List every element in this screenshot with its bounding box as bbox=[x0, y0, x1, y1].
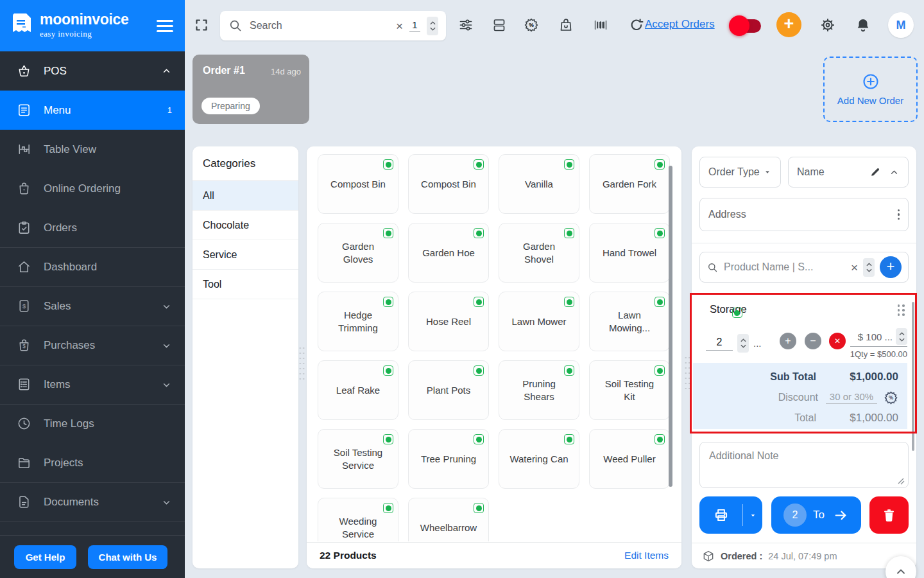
quantity-stepper[interactable] bbox=[737, 334, 749, 353]
search-clear-icon[interactable]: × bbox=[396, 20, 403, 32]
qty-stepper[interactable] bbox=[863, 258, 875, 277]
search-count-stepper[interactable] bbox=[427, 17, 438, 35]
print-options-caret-icon[interactable] bbox=[743, 496, 762, 534]
quantity-input[interactable] bbox=[706, 337, 733, 351]
product-card[interactable]: Compost Bin bbox=[408, 154, 489, 214]
sidebar-item-items[interactable]: Items bbox=[0, 365, 185, 404]
sidebar-item-projects[interactable]: Projects bbox=[0, 443, 185, 482]
get-help-button[interactable]: Get Help bbox=[14, 545, 76, 569]
product-card[interactable]: Plant Pots bbox=[408, 360, 489, 420]
product-card[interactable]: Weed Puller bbox=[589, 429, 670, 489]
delete-order-button[interactable] bbox=[869, 496, 909, 534]
panel-resize-handle[interactable] bbox=[298, 346, 305, 383]
product-card[interactable]: Compost Bin bbox=[318, 154, 398, 214]
decrease-qty-button[interactable]: − bbox=[805, 333, 821, 349]
add-new-order-button[interactable]: Add New Order bbox=[823, 57, 918, 122]
sidebar-item-documents[interactable]: Documents bbox=[0, 482, 185, 521]
edit-pencil-icon[interactable] bbox=[869, 166, 881, 178]
split-view-icon[interactable] bbox=[492, 17, 507, 33]
fullscreen-icon[interactable] bbox=[194, 17, 209, 33]
user-avatar[interactable]: M bbox=[888, 12, 914, 38]
remove-item-button[interactable]: ✕ bbox=[829, 333, 846, 349]
sidebar-item-icon bbox=[17, 181, 32, 197]
checkout-button[interactable]: 2 To bbox=[771, 496, 861, 534]
product-card[interactable]: Vanilla bbox=[499, 154, 579, 214]
sidebar-item-table-view[interactable]: Table View bbox=[0, 130, 185, 169]
product-card[interactable]: Garden Shovel bbox=[499, 223, 579, 283]
discount-badge-icon[interactable] bbox=[524, 17, 539, 33]
order-card[interactable]: Order #1 14d ago Preparing bbox=[193, 55, 309, 124]
sidebar-item-purchases[interactable]: Purchases bbox=[0, 326, 185, 365]
product-card[interactable]: Soil Testing Kit bbox=[589, 360, 670, 420]
barcode-icon[interactable] bbox=[593, 17, 608, 33]
sidebar-item-dashboard[interactable]: Dashboard bbox=[0, 247, 185, 286]
address-field[interactable]: Address bbox=[699, 198, 909, 231]
product-name: Garden Gloves bbox=[327, 240, 389, 265]
filters-icon[interactable] bbox=[458, 17, 474, 33]
chat-with-us-button[interactable]: Chat with Us bbox=[88, 545, 167, 569]
price-stepper[interactable] bbox=[896, 328, 907, 345]
product-card[interactable]: Hand Trowel bbox=[589, 223, 670, 283]
item-price-value[interactable]: $ 100 ... bbox=[858, 331, 893, 342]
collapse-chevron-icon[interactable] bbox=[889, 167, 900, 178]
product-card[interactable]: Pruning Shears bbox=[499, 360, 579, 420]
product-grid-scrollbar[interactable] bbox=[669, 166, 672, 487]
product-card[interactable]: Hose Reel bbox=[408, 292, 489, 351]
product-search-bar: × + bbox=[699, 252, 909, 283]
sidebar-item-time-logs[interactable]: Time Logs bbox=[0, 404, 185, 443]
product-card[interactable]: Garden Fork bbox=[589, 154, 670, 214]
additional-note-input[interactable] bbox=[700, 442, 908, 487]
shopping-bag-icon[interactable] bbox=[558, 17, 574, 33]
product-card[interactable]: Leaf Rake bbox=[318, 360, 398, 420]
category-item[interactable]: Chocolate bbox=[193, 211, 298, 240]
product-card[interactable]: Garden Hoe bbox=[408, 223, 489, 283]
product-card[interactable]: Watering Can bbox=[499, 429, 579, 489]
address-menu-icon[interactable] bbox=[898, 209, 900, 220]
product-card[interactable]: Soil Testing Service bbox=[318, 429, 398, 489]
hamburger-menu-icon[interactable] bbox=[157, 20, 173, 32]
add-new-icon[interactable]: + bbox=[776, 12, 801, 37]
category-item[interactable]: Service bbox=[193, 240, 298, 270]
search-count-value[interactable]: 1 bbox=[409, 19, 420, 32]
search-input[interactable] bbox=[250, 20, 389, 31]
edit-items-link[interactable]: Edit Items bbox=[624, 550, 669, 561]
customer-name-field[interactable]: Name bbox=[788, 157, 909, 188]
discount-label: Discount bbox=[778, 392, 818, 403]
product-card[interactable]: Lawn Mower bbox=[499, 292, 579, 351]
product-name: Tree Pruning bbox=[421, 453, 476, 466]
notification-bell-icon[interactable] bbox=[855, 17, 871, 33]
sidebar-item-online-ordering[interactable]: Online Ordering bbox=[0, 169, 185, 208]
product-card[interactable]: Lawn Mowing... bbox=[589, 292, 670, 351]
panel-resize-handle[interactable] bbox=[684, 355, 691, 392]
veg-indicator-icon bbox=[654, 228, 665, 238]
product-card[interactable]: Weeding Service bbox=[318, 498, 398, 541]
product-card[interactable]: Garden Gloves bbox=[318, 223, 398, 283]
product-search-input[interactable] bbox=[724, 261, 846, 273]
refresh-orders-icon[interactable] bbox=[629, 17, 644, 33]
order-panel-scrollbar[interactable] bbox=[912, 302, 914, 451]
global-search-bar: × 1 bbox=[220, 11, 446, 40]
sidebar-item-pos[interactable]: POS bbox=[0, 51, 185, 91]
settings-gear-icon[interactable] bbox=[820, 17, 835, 33]
sidebar-item-menu[interactable]: Menu 1 bbox=[0, 91, 185, 130]
discount-input[interactable] bbox=[826, 391, 877, 404]
product-card[interactable]: Wheelbarrow bbox=[408, 498, 489, 541]
accept-orders-toggle[interactable] bbox=[732, 19, 761, 33]
accept-orders-link[interactable]: Accept Orders bbox=[645, 18, 715, 31]
category-item[interactable]: Tool bbox=[193, 270, 298, 299]
printer-icon[interactable] bbox=[699, 496, 742, 534]
sidebar-item-sales[interactable]: Sales bbox=[0, 286, 185, 326]
discount-settings-icon[interactable] bbox=[884, 390, 898, 405]
print-button[interactable] bbox=[699, 496, 762, 534]
sidebar-item-orders[interactable]: Orders bbox=[0, 208, 185, 247]
clear-icon[interactable]: × bbox=[851, 261, 858, 274]
increase-qty-button[interactable]: + bbox=[780, 333, 796, 349]
line-item-drag-handle-icon[interactable] bbox=[898, 304, 905, 316]
additional-note-box bbox=[699, 442, 909, 488]
add-product-button[interactable]: + bbox=[880, 256, 902, 278]
product-card[interactable]: Hedge Trimming bbox=[318, 292, 398, 351]
product-card[interactable]: Tree Pruning bbox=[408, 429, 489, 489]
category-item[interactable]: All bbox=[193, 181, 298, 211]
order-type-select[interactable]: Order Type bbox=[699, 157, 781, 188]
checkout-label: To bbox=[813, 509, 826, 521]
